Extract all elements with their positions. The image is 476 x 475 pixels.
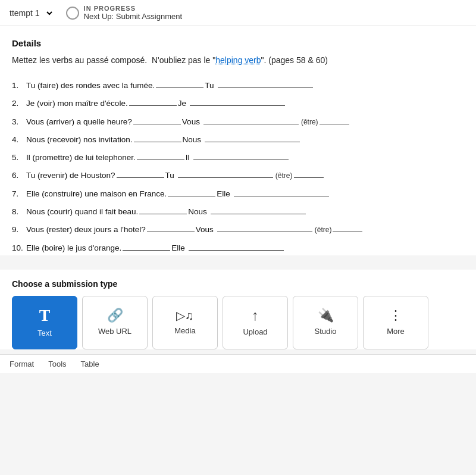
submission-btn-studio[interactable]: 🔌Studio [293,296,358,349]
blank-2[interactable] [203,115,299,124]
submission-buttons: TText🔗Web URL▷♫Media↑Upload🔌Studio⋮More [12,296,464,349]
question-item: 6.Tu (revenir) de Houston?Tu(être) [12,168,464,183]
questions-list: 1.Tu (faire) des rondes avec la fumée.Tu… [12,79,464,255]
media-icon: ▷♫ [176,310,194,321]
question-item: 2.Je (voir) mon maître d'école.Je [12,96,464,111]
status-area: IN PROGRESS Next Up: Submit Assignment [66,5,182,21]
btn-label: Web URL [98,327,131,336]
bottombar-item-format[interactable]: Format [10,360,34,368]
pronoun: Vous [196,223,214,237]
in-progress-label: IN PROGRESS [84,5,182,12]
pronoun: Elle [171,241,185,255]
btn-label: Upload [243,327,267,336]
bottombar-item-tools[interactable]: Tools [48,360,66,368]
more-icon: ⋮ [389,309,402,322]
question-number: 10. [12,241,24,255]
submission-btn-more[interactable]: ⋮More [363,296,428,349]
blank-3[interactable] [320,115,349,124]
blank-1[interactable] [147,223,195,232]
question-text: Nous (courir) quand il fait beau. [26,205,138,219]
question-number: 9. [12,223,24,237]
blank-1[interactable] [137,151,184,160]
pronoun: Tu [205,79,214,93]
blank-1[interactable] [156,79,203,88]
question-item: 9.Vous (rester) deux jours a l'hotel?Vou… [12,223,464,237]
question-item: 4.Nous (recevoir) nos invitation.Nous [12,133,464,147]
submission-btn-upload[interactable]: ↑Upload [223,296,288,349]
pronoun: Elle [217,187,230,201]
submission-btn-text[interactable]: TText [12,296,77,349]
submission-btn-web-url[interactable]: 🔗Web URL [82,296,148,349]
upload-icon: ↑ [252,308,259,323]
pronoun: Je [178,96,186,111]
blank-1[interactable] [139,205,187,214]
blank-3[interactable] [294,168,324,178]
question-number: 5. [12,151,24,165]
blank-2[interactable] [178,168,273,178]
bottom-bar: FormatToolsTable [0,354,476,373]
blank-1[interactable] [168,187,215,196]
question-text: Je (voir) mon maître d'école. [26,96,128,111]
question-item: 5.Il (promettre) de lui telephoner.Il [12,151,464,165]
blank-1[interactable] [117,168,164,178]
question-text: Vous (rester) deux jours a l'hotel? [26,223,146,237]
submission-btn-media[interactable]: ▷♫Media [152,296,218,349]
btn-label: More [387,327,405,336]
question-text: Vous (arriver) a quelle heure? [26,115,132,129]
submission-section: Choose a submission type TText🔗Web URL▷♫… [0,270,476,349]
question-text: Tu (revenir) de Houston? [26,168,115,183]
attempt-dropdown[interactable] [42,8,54,18]
question-text: Il (promettre) de lui telephoner. [26,151,136,165]
question-number: 6. [12,168,24,183]
question-item: 8.Nous (courir) quand il fait beau.Nous [12,205,464,219]
blank-1[interactable] [134,133,181,142]
blank-2[interactable] [190,96,285,106]
main-content: Details Mettez les verbs au passé compos… [0,26,476,255]
studio-icon: 🔌 [318,309,334,322]
status-circle [66,7,79,20]
question-number: 8. [12,205,24,219]
bottombar-item-table[interactable]: Table [81,360,99,368]
pronoun: Tu [165,168,174,183]
highlight-text: helping verb [215,55,261,65]
question-text: Elle (construire) une maison en France. [26,187,167,201]
question-item: 1.Tu (faire) des rondes avec la fumée.Tu [12,79,464,93]
pronoun: Vous [182,115,200,129]
question-text: Tu (faire) des rondes avec la fumée. [26,79,155,93]
question-item: 10.Elle (boire) le jus d'orange.Elle [12,241,464,255]
question-item: 3.Vous (arriver) a quelle heure?Vous(êtr… [12,115,464,129]
status-text: IN PROGRESS Next Up: Submit Assignment [84,5,182,21]
etre-label: (être) [301,116,318,129]
question-number: 3. [12,115,24,129]
submission-heading: Choose a submission type [12,279,464,289]
question-text: Nous (recevoir) nos invitation. [26,133,133,147]
blank-2[interactable] [205,133,300,142]
question-number: 2. [12,96,24,111]
blank-2[interactable] [218,79,313,88]
question-item: 7.Elle (construire) une maison en France… [12,187,464,201]
blank-2[interactable] [193,151,289,160]
top-bar: ttempt 1 IN PROGRESS Next Up: Submit Ass… [0,0,476,26]
blank-2[interactable] [217,223,312,232]
etre-label: (être) [315,224,332,237]
pronoun: Nous [188,205,207,219]
attempt-selector[interactable]: ttempt 1 [10,8,54,18]
blank-1[interactable] [123,241,170,251]
blank-1[interactable] [129,96,177,106]
link-icon: 🔗 [107,309,123,322]
blank-3[interactable] [333,223,362,232]
question-text: Elle (boire) le jus d'orange. [26,241,121,255]
blank-1[interactable] [133,115,181,124]
pronoun: Nous [183,133,202,147]
etre-label: (être) [275,170,293,183]
blank-2[interactable] [211,205,306,214]
attempt-label: ttempt 1 [10,8,40,18]
blank-2[interactable] [234,187,329,196]
question-number: 7. [12,187,24,201]
blank-2[interactable] [189,241,284,251]
question-number: 4. [12,133,24,147]
btn-label: Studio [315,327,337,336]
text-icon: T [39,307,51,324]
btn-label: Media [174,326,195,335]
question-number: 1. [12,79,24,93]
